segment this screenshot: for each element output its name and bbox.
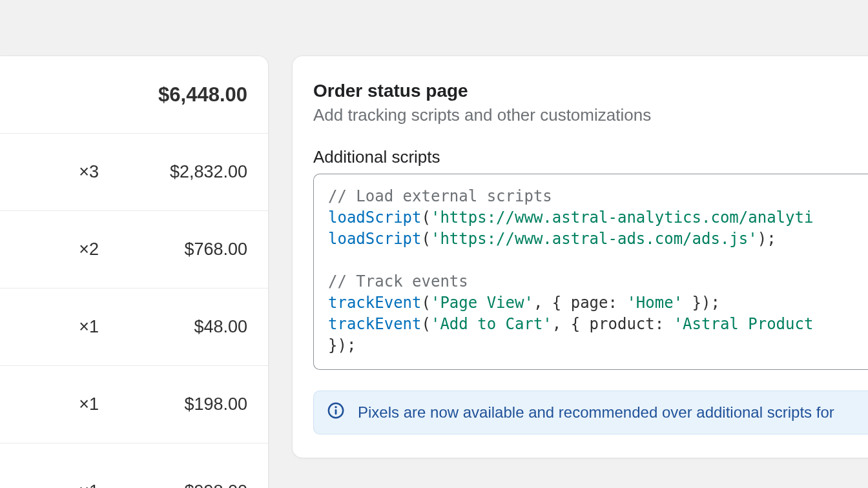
section-subtitle: Add tracking scripts and other customiza… [313, 105, 868, 125]
line-price: $768.00 [144, 239, 247, 259]
code-punct: { [571, 315, 590, 333]
line-price: $998.00 [144, 482, 247, 488]
section-title: Order status page [313, 81, 868, 101]
code-punct: ( [422, 208, 431, 227]
line-qty: ×1 [68, 317, 99, 337]
code-punct: ( [422, 294, 431, 312]
order-total-row: $6,448.00 [0, 56, 268, 134]
code-fn: trackEvent [328, 294, 422, 312]
code-fn: loadScript [328, 230, 422, 248]
order-line-row: ×2 $768.00 [0, 211, 268, 289]
code-punct: ); [758, 230, 776, 248]
code-string: 'Add to Cart' [431, 315, 552, 333]
code-string: 'https://www.astral-analytics.com/analyt… [431, 208, 813, 227]
pixels-info-banner: Pixels are now available and recommended… [313, 391, 868, 434]
code-punct: ( [422, 230, 431, 248]
svg-rect-2 [335, 409, 337, 414]
order-total: $6,448.00 [144, 83, 247, 107]
additional-scripts-input[interactable]: // Load external scripts loadScript('htt… [313, 174, 868, 370]
order-line-row: ×1 $48.00 [0, 289, 268, 366]
banner-text: Pixels are now available and recommended… [358, 403, 834, 422]
svg-point-1 [335, 406, 336, 408]
order-summary-card: $6,448.00 ×3 $2,832.00 ×2 $768.00 ×1 $48… [0, 56, 269, 488]
code-string: 'Astral Product [674, 315, 814, 333]
code-punct: , [533, 294, 552, 312]
code-comment: // Load external scripts [328, 187, 552, 205]
code-punct: }); [328, 336, 356, 354]
order-line-row: ×1 $998.00 [0, 443, 268, 488]
code-punct: } [683, 294, 701, 312]
info-icon [327, 402, 345, 423]
code-string: 'Home' [626, 294, 683, 312]
code-comment: // Track events [328, 272, 468, 290]
order-line-row: ×1 $198.00 [0, 366, 268, 443]
code-punct: ); [701, 294, 720, 312]
line-price: $48.00 [144, 317, 247, 337]
additional-scripts-label: Additional scripts [313, 147, 868, 167]
code-punct: , [552, 315, 571, 333]
code-key: page: [571, 294, 617, 312]
code-string: 'https://www.astral-ads.com/ads.js' [431, 230, 758, 248]
code-key: product: [590, 315, 665, 333]
code-string: 'Page View' [431, 294, 533, 312]
line-qty: ×2 [68, 239, 99, 259]
code-fn: loadScript [328, 208, 422, 227]
order-status-settings-card: Order status page Add tracking scripts a… [292, 56, 868, 458]
code-fn: trackEvent [328, 315, 422, 333]
line-qty: ×1 [68, 482, 99, 488]
code-punct: { [552, 294, 571, 312]
code-punct: ( [422, 315, 431, 333]
line-price: $2,832.00 [144, 162, 247, 182]
order-line-row: ×3 $2,832.00 [0, 134, 268, 211]
line-price: $198.00 [144, 394, 247, 414]
line-qty: ×3 [68, 162, 99, 182]
line-qty: ×1 [68, 394, 99, 414]
